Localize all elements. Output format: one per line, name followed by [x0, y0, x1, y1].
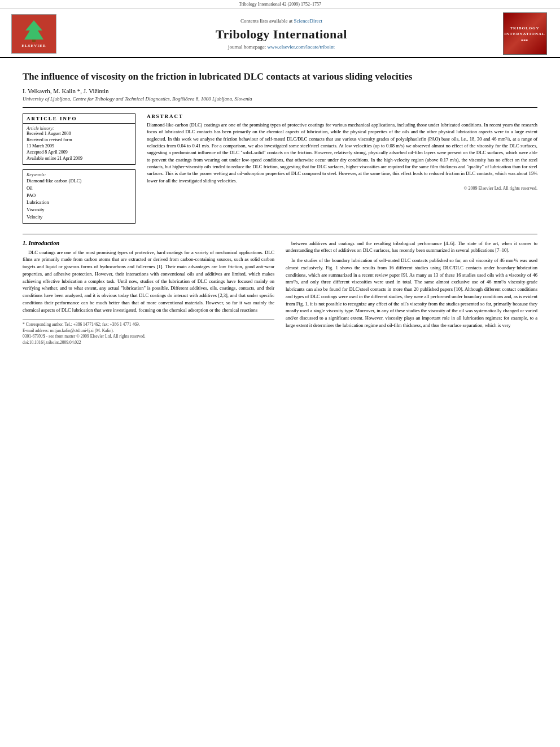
main-content: The influence of viscosity on the fricti… [0, 58, 560, 352]
keywords-box: Keywords: Diamond-like carbon (DLC) Oil … [23, 169, 135, 224]
available-date: Available online 21 April 2009 [27, 156, 132, 161]
keyword-6: Velocity [27, 213, 132, 221]
abstract-column: ABSTRACT Diamond-like-carbon (DLC) coati… [147, 113, 537, 228]
journal-citation: Tribology International 42 (2009) 1752–1… [239, 2, 321, 7]
elsevier-logo: ELSEVIER [11, 14, 56, 54]
journal-header-center: Contents lists available at ScienceDirec… [62, 12, 501, 55]
body-left-column: 1. Introduction DLC coatings are one of … [23, 240, 274, 346]
journal-badge-area: TRIBOLOGY INTERNATIONAL ■■■ [501, 12, 549, 55]
journal-homepage-link[interactable]: www.elsevier.com/locate/triboint [268, 44, 335, 50]
received-date: Received 1 August 2008 [27, 131, 132, 136]
elsevier-logo-area: ELSEVIER [11, 12, 62, 55]
right-paragraph-2: In the studies of the boundary lubricati… [286, 257, 537, 329]
received-revised-date: 13 March 2009 [27, 143, 132, 148]
journal-header: ELSEVIER Contents lists available at Sci… [0, 9, 560, 58]
authors-line: I. Velkavrh, M. Kalin *, J. Vižintin [23, 88, 537, 94]
footnote-corresponding: * Corresponding author. Tel.: +386 14771… [23, 322, 274, 328]
science-direct-line: Contents lists available at ScienceDirec… [240, 18, 322, 24]
footnote-doi: doi:10.1016/j.triboint.2009.04.022 [23, 340, 274, 346]
article-title-area: The influence of viscosity on the fricti… [23, 71, 537, 83]
divider-1 [23, 107, 537, 108]
body-text-right: between additives and coatings and the r… [286, 240, 537, 329]
copyright-line: © 2009 Elsevier Ltd. All rights reserved… [147, 186, 537, 191]
journal-title: Tribology International [216, 27, 347, 42]
body-right-column: between additives and coatings and the r… [286, 240, 537, 346]
footnote-area: * Corresponding author. Tel.: +386 14771… [23, 319, 274, 346]
article-info-box: ARTICLE INFO Article history: Received 1… [23, 113, 135, 165]
info-abstract-section: ARTICLE INFO Article history: Received 1… [23, 113, 537, 228]
received-revised-label: Received in revised form [27, 137, 132, 142]
footnote-email: E-mail address: mitjan.kalin@ctd.uni-lj.… [23, 328, 274, 334]
article-info-column: ARTICLE INFO Article history: Received 1… [23, 113, 135, 228]
abstract-header: ABSTRACT [147, 113, 537, 119]
history-label: Article history: [27, 126, 132, 131]
abstract-text: Diamond-like-carbon (DLC) coatings are o… [147, 121, 537, 184]
body-text-left: DLC coatings are one of the most promisi… [23, 249, 274, 314]
journal-info-line: Tribology International 42 (2009) 1752–1… [0, 0, 560, 9]
divider-2 [23, 234, 537, 234]
keyword-3: PAO [27, 192, 132, 199]
keywords-label: Keywords: [27, 172, 132, 177]
article-title: The influence of viscosity on the fricti… [23, 71, 537, 83]
keyword-4: Lubrication [27, 199, 132, 206]
right-paragraph-1: between additives and coatings and the r… [286, 240, 537, 255]
keywords-content: Keywords: Diamond-like carbon (DLC) Oil … [23, 170, 135, 223]
keyword-5: Viscosity [27, 206, 132, 213]
page: Tribology International 42 (2009) 1752–1… [0, 0, 560, 747]
keyword-2: Oil [27, 185, 132, 192]
article-info-content: Article history: Received 1 August 2008 … [23, 124, 135, 164]
accepted-date: Accepted 8 April 2009 [27, 150, 132, 155]
science-direct-link[interactable]: ScienceDirect [294, 18, 322, 24]
body-section: 1. Introduction DLC coatings are one of … [23, 240, 537, 346]
footnote-issn: 0301-679X/$ - see front matter © 2009 El… [23, 334, 274, 340]
intro-heading: 1. Introduction [23, 240, 274, 246]
keywords-list: Diamond-like carbon (DLC) Oil PAO Lubric… [27, 177, 132, 221]
keyword-1: Diamond-like carbon (DLC) [27, 177, 132, 185]
affiliation-line: University of Ljubljana, Centre for Trib… [23, 96, 537, 102]
svg-rect-2 [32, 40, 36, 42]
tribology-badge: TRIBOLOGY INTERNATIONAL ■■■ [503, 12, 547, 55]
article-info-header: ARTICLE INFO [23, 114, 135, 124]
journal-homepage: journal homepage: www.elsevier.com/locat… [228, 44, 335, 50]
intro-paragraph-1: DLC coatings are one of the most promisi… [23, 249, 274, 314]
